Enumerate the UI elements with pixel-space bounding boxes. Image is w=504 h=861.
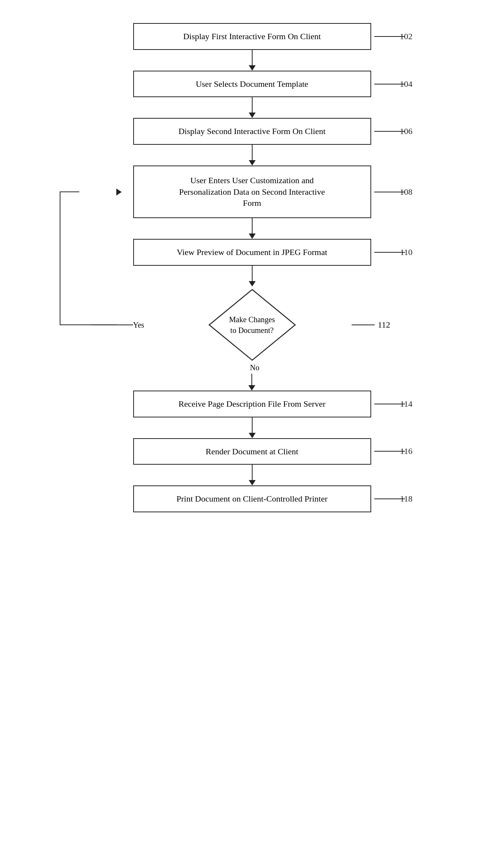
box-106-label: Display Second Interactive Form On Clien… — [178, 126, 326, 136]
feedback-arrowhead-right — [116, 189, 122, 195]
no-arrowhead — [248, 385, 255, 391]
arrow-line — [252, 97, 253, 113]
box-106: Display Second Interactive Form On Clien… — [133, 118, 371, 145]
box-104-label: User Selects Document Template — [196, 79, 308, 89]
no-label: No — [250, 363, 259, 372]
ref-112: 112 — [378, 320, 390, 330]
box-114-label: Receive Page Description File From Serve… — [178, 399, 326, 409]
ref-116: 116 — [400, 446, 412, 457]
ref-118: 118 — [400, 493, 412, 505]
step-116: Render Document at Client 116 — [79, 438, 425, 465]
arrow-line — [252, 218, 253, 233]
arrow-104-106 — [249, 97, 256, 118]
box-104: User Selects Document Template 104 — [133, 71, 371, 98]
arrowhead — [249, 480, 256, 485]
ref-114: 114 — [400, 398, 412, 410]
arrow-line — [252, 266, 253, 281]
arrowhead — [249, 113, 256, 118]
no-line — [251, 374, 252, 385]
step-104: User Selects Document Template 104 — [79, 71, 425, 98]
arrow-108-110 — [249, 218, 256, 239]
diagram-container: Display First Interactive Form On Client… — [0, 0, 504, 543]
arrow-110-112 — [249, 266, 256, 286]
box-102: Display First Interactive Form On Client… — [133, 23, 371, 50]
box-110: View Preview of Document in JPEG Format … — [133, 239, 371, 266]
diamond-container: Yes Make Changes to Document? 112 — [118, 286, 387, 363]
ref-104: 104 — [400, 78, 413, 90]
diamond-text-line1: Make Changes — [229, 315, 275, 324]
ref-106: 106 — [400, 126, 413, 137]
ref-102: 102 — [400, 31, 413, 42]
box-116-label: Render Document at Client — [206, 447, 298, 456]
arrow-116-118 — [249, 465, 256, 485]
box-118-label: Print Document on Client-Controlled Prin… — [177, 494, 328, 503]
no-arrow: No — [245, 363, 259, 391]
yes-horiz-line — [91, 325, 133, 325]
arrow-106-108 — [249, 145, 256, 166]
arrowhead — [249, 65, 256, 71]
box-110-label: View Preview of Document in JPEG Format — [177, 247, 327, 257]
arrow-line — [252, 417, 253, 433]
step-112: Yes Make Changes to Document? 112 — [79, 286, 425, 363]
step-106: Display Second Interactive Form On Clien… — [79, 118, 425, 145]
box-116: Render Document at Client 116 — [133, 438, 371, 465]
box-108-label: User Enters User Customization andPerson… — [179, 176, 325, 208]
arrowhead — [249, 433, 256, 438]
diamond-label: Make Changes to Document? — [229, 314, 275, 336]
box-102-label: Display First Interactive Form On Client — [183, 31, 321, 41]
arrow-line — [252, 145, 253, 160]
yes-label: Yes — [133, 320, 144, 329]
arrow-line — [252, 465, 253, 480]
arrowhead — [249, 281, 256, 286]
step-110: View Preview of Document in JPEG Format … — [79, 239, 425, 266]
diamond-text-line2: to Document? — [230, 326, 274, 334]
ref-108: 108 — [400, 186, 413, 198]
arrowhead — [249, 233, 256, 239]
arrow-line — [252, 50, 253, 65]
box-118: Print Document on Client-Controlled Prin… — [133, 485, 371, 512]
ref-line-112 — [352, 325, 375, 325]
box-114: Receive Page Description File From Serve… — [133, 391, 371, 417]
step-108: User Enters User Customization andPerson… — [79, 166, 425, 218]
step-102: Display First Interactive Form On Client… — [79, 23, 425, 50]
arrowhead — [249, 160, 256, 166]
ref-110: 110 — [400, 247, 412, 258]
flow-wrapper: Display First Interactive Form On Client… — [79, 23, 425, 512]
feedback-arrow-indicator — [116, 189, 122, 195]
no-section: No — [245, 363, 259, 391]
step-114: Receive Page Description File From Serve… — [79, 391, 425, 417]
box-108: User Enters User Customization andPerson… — [133, 166, 371, 218]
ref-112-container: 112 — [352, 320, 390, 330]
step-118: Print Document on Client-Controlled Prin… — [79, 485, 425, 512]
arrow-102-104 — [249, 50, 256, 71]
arrow-114-116 — [249, 417, 256, 438]
